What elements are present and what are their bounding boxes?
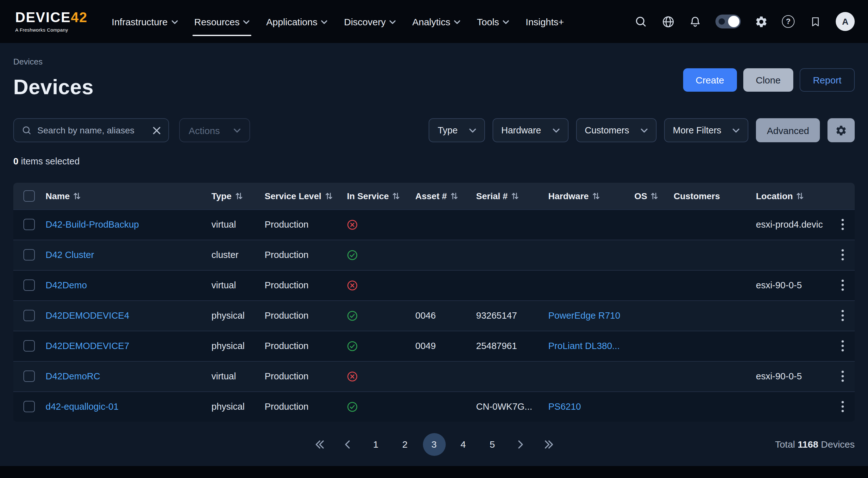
column-header-os[interactable]: OS [631,183,671,209]
serial-number: CN-0WK7G... [476,402,532,412]
clear-search-icon[interactable] [153,126,161,134]
service-level: Production [265,310,309,320]
row-checkbox[interactable] [24,340,35,351]
page-title: Devices [13,75,94,99]
last-page-icon[interactable] [538,434,559,455]
pagination-page-2[interactable]: 2 [394,433,416,455]
device-name-link[interactable]: D42DEMODEVICE4 [45,310,129,320]
service-level: Production [265,341,309,351]
pagination-page-1[interactable]: 1 [364,433,387,455]
column-header-serial[interactable]: Serial # [473,183,545,209]
nav-item-label: Insights+ [526,16,564,27]
select-all-checkbox[interactable] [24,190,35,202]
device-name-link[interactable]: D42DEMODEVICE7 [45,341,129,351]
nav-item-insights[interactable]: Insights+ [526,11,564,32]
column-header-label: Service Level [265,191,321,201]
device42-app: DEVICE42 A Freshworks Company Infrastruc… [0,0,868,478]
nav-item-analytics[interactable]: Analytics [412,11,460,32]
notifications-icon[interactable] [688,14,702,29]
device42-logo[interactable]: DEVICE42 A Freshworks Company [15,10,88,33]
row-kebab-menu-icon[interactable] [830,361,855,391]
serial-number: 25487961 [476,341,517,351]
device-type: physical [212,341,245,351]
total-suffix: Devices [821,439,855,449]
advanced-filters-button[interactable]: Advanced [756,118,820,142]
row-kebab-menu-icon[interactable] [830,301,855,330]
column-header-name[interactable]: Name [42,183,208,209]
filter-toolbar: Actions TypeHardwareCustomersMore Filter… [13,118,855,142]
column-header-in-service[interactable]: In Service [344,183,412,209]
hardware-link[interactable]: ProLiant DL380... [548,341,620,351]
search-icon[interactable] [634,14,648,29]
actions-label: Actions [189,125,220,136]
filter-dropdown-customers[interactable]: Customers [576,118,656,142]
chevron-down-icon [733,128,740,133]
row-checkbox[interactable] [24,310,35,321]
settings-icon[interactable] [754,14,768,29]
pagination-page-5[interactable]: 5 [481,433,504,455]
logo-42-text: 42 [71,9,88,25]
device-type: virtual [212,371,236,381]
filter-dropdown-hardware[interactable]: Hardware [493,118,568,142]
filter-dropdown-label: Hardware [501,125,541,135]
theme-toggle[interactable] [715,14,741,29]
column-header-asset[interactable]: Asset # [412,183,473,209]
device-name-link[interactable]: D42 Cluster [45,250,94,260]
prev-page-icon[interactable] [337,434,358,455]
avatar[interactable]: A [836,12,855,31]
nav-item-infrastructure[interactable]: Infrastructure [112,11,178,32]
nav-item-discovery[interactable]: Discovery [344,11,396,32]
row-kebab-menu-icon[interactable] [830,240,855,270]
device-row: D42Demo virtual Production esxi-90-0-5 [13,270,855,300]
actions-dropdown[interactable]: Actions [179,118,250,142]
row-checkbox[interactable] [24,219,35,230]
device-row: d42-equallogic-01 physical Production CN… [13,391,855,421]
column-header-hardware[interactable]: Hardware [545,183,631,209]
row-kebab-menu-icon[interactable] [830,270,855,300]
top-navigation: DEVICE42 A Freshworks Company Infrastruc… [0,0,868,43]
hardware-link[interactable]: PS6210 [548,402,581,412]
report-button[interactable]: Report [800,68,855,92]
first-page-icon[interactable] [309,434,330,455]
row-checkbox[interactable] [24,279,35,291]
pagination-page-3[interactable]: 3 [423,433,445,455]
filter-dropdown-more-filters[interactable]: More Filters [664,118,748,142]
check-circle-icon [347,310,358,321]
bookmark-icon[interactable] [808,14,823,29]
breadcrumb[interactable]: Devices [13,57,94,66]
nav-item-resources[interactable]: Resources [194,11,250,32]
help-icon[interactable]: ? [781,14,795,29]
service-level: Production [265,280,309,290]
chevron-down-icon [641,128,647,133]
pagination-page-4[interactable]: 4 [452,433,474,455]
row-kebab-menu-icon[interactable] [830,331,855,361]
nav-item-tools[interactable]: Tools [477,11,509,32]
column-header-location[interactable]: Location [753,183,830,209]
next-page-icon[interactable] [510,434,531,455]
column-header-type[interactable]: Type [208,183,261,209]
globe-icon[interactable] [661,14,675,29]
nav-item-label: Discovery [344,16,386,27]
check-circle-icon [347,250,358,261]
clone-button[interactable]: Clone [743,68,793,92]
row-checkbox[interactable] [24,371,35,382]
table-settings-icon[interactable] [828,118,855,142]
row-checkbox[interactable] [24,249,35,261]
device-location: esxi-90-0-5 [756,371,802,381]
device-name-link[interactable]: d42-equallogic-01 [45,402,119,412]
filter-dropdown-group: TypeHardwareCustomersMore Filters Advanc… [429,118,855,142]
row-checkbox[interactable] [24,401,35,412]
nav-item-applications[interactable]: Applications [266,11,328,32]
chevron-down-icon [172,20,178,24]
filter-dropdown-type[interactable]: Type [429,118,485,142]
column-header-service-level[interactable]: Service Level [261,183,344,209]
create-button[interactable]: Create [683,68,737,92]
column-header-customers[interactable]: Customers [671,183,753,209]
hardware-link[interactable]: PowerEdge R710 [548,310,620,320]
row-kebab-menu-icon[interactable] [830,210,855,239]
device-name-link[interactable]: D42-Build-ProdBackup [45,219,139,230]
search-input[interactable] [37,125,147,135]
row-kebab-menu-icon[interactable] [830,392,855,421]
device-name-link[interactable]: D42Demo [45,280,87,290]
device-name-link[interactable]: D42DemoRC [45,371,100,381]
